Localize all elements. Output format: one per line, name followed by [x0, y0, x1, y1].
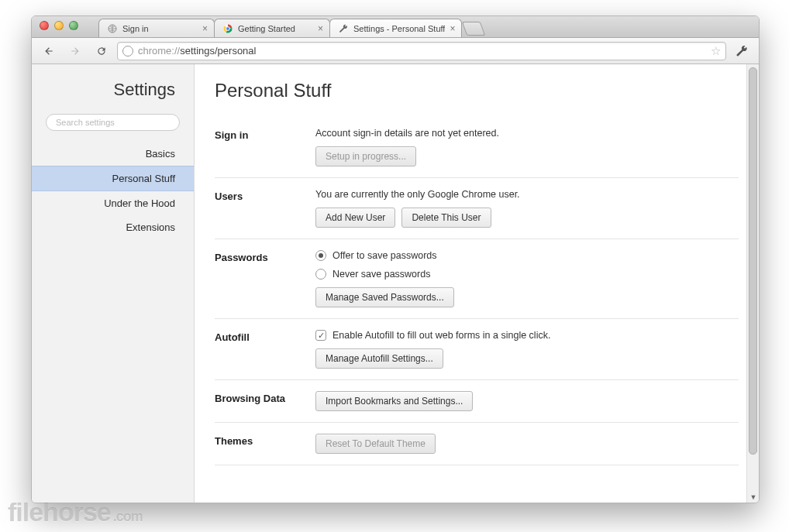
sidebar-item-label: Basics: [146, 148, 175, 160]
globe-icon: [122, 46, 133, 57]
sidebar-item-personal-stuff[interactable]: Personal Stuff: [32, 166, 194, 191]
section-browsing-data: Browsing Data Import Bookmarks and Setti…: [215, 380, 739, 423]
scrollbar[interactable]: ▼: [746, 64, 759, 503]
browser-window: Sign in × Getting Started × Settings - P…: [31, 15, 760, 503]
sidebar-title: Settings: [32, 80, 194, 100]
section-passwords: Passwords Offer to save passwords Never …: [215, 239, 739, 319]
checkbox-enable-autofill[interactable]: Enable Autofill to fill out web forms in…: [315, 330, 739, 341]
close-window-button[interactable]: [40, 21, 49, 30]
content-area: Settings Search settings Basics Personal…: [32, 64, 759, 503]
section-heading: Themes: [215, 434, 315, 447]
tab-label: Getting Started: [238, 24, 313, 33]
zoom-window-button[interactable]: [69, 21, 78, 30]
window-controls: [40, 21, 78, 30]
titlebar: Sign in × Getting Started × Settings - P…: [32, 16, 759, 38]
search-settings-input[interactable]: Search settings: [46, 114, 180, 131]
manage-autofill-settings-button[interactable]: Manage Autofill Settings...: [315, 348, 443, 369]
wrench-icon: [338, 23, 349, 34]
minimize-window-button[interactable]: [54, 21, 64, 30]
delete-this-user-button[interactable]: Delete This User: [401, 208, 491, 228]
close-tab-icon[interactable]: ×: [202, 23, 208, 34]
svg-point-2: [226, 26, 230, 30]
tab-label: Sign in: [122, 24, 198, 33]
section-heading: Users: [215, 189, 315, 202]
section-heading: Browsing Data: [215, 391, 315, 404]
tab-strip: Sign in × Getting Started × Settings - P…: [98, 16, 483, 37]
new-tab-button[interactable]: [462, 22, 486, 36]
settings-main-panel: Personal Stuff Sign in Account sign-in d…: [195, 64, 759, 503]
address-bar[interactable]: chrome://settings/personal ☆: [117, 42, 726, 60]
scroll-down-icon[interactable]: ▼: [747, 492, 759, 503]
reload-button[interactable]: [91, 42, 112, 60]
search-placeholder: Search settings: [56, 118, 115, 127]
manage-saved-passwords-button[interactable]: Manage Saved Passwords...: [315, 287, 454, 307]
sidebar-item-extensions[interactable]: Extensions: [32, 215, 194, 239]
toolbar: chrome://settings/personal ☆: [32, 38, 759, 64]
sidebar-item-label: Extensions: [126, 221, 175, 233]
section-themes: Themes Reset To Default Theme: [215, 423, 739, 465]
radio-offer-save-passwords[interactable]: Offer to save passwords: [315, 250, 739, 261]
radio-icon: [315, 250, 326, 261]
tab-label: Settings - Personal Stuff: [353, 24, 445, 33]
url-text: chrome://settings/personal: [138, 45, 256, 57]
add-new-user-button[interactable]: Add New User: [315, 208, 395, 228]
wrench-menu-button[interactable]: [731, 42, 753, 60]
radio-never-save-passwords[interactable]: Never save passwords: [315, 269, 739, 280]
watermark: filehorse.com: [8, 497, 143, 527]
close-tab-icon[interactable]: ×: [318, 23, 323, 34]
radio-label: Offer to save passwords: [332, 250, 437, 261]
setup-in-progress-button[interactable]: Setup in progress...: [315, 146, 416, 166]
globe-icon: [107, 23, 118, 34]
users-status-text: You are currently the only Google Chrome…: [315, 189, 739, 200]
bookmark-star-icon[interactable]: ☆: [711, 44, 721, 58]
sidebar-item-basics[interactable]: Basics: [32, 142, 194, 166]
section-heading: Passwords: [215, 250, 315, 263]
page-title: Personal Stuff: [215, 80, 739, 101]
radio-label: Never save passwords: [332, 269, 430, 280]
scrollbar-thumb[interactable]: [749, 67, 757, 455]
import-bookmarks-button[interactable]: Import Bookmarks and Settings...: [315, 391, 473, 411]
checkbox-icon: [315, 330, 326, 341]
section-heading: Sign in: [215, 128, 315, 141]
section-heading: Autofill: [215, 330, 315, 343]
forward-button[interactable]: [64, 42, 86, 60]
tab-settings[interactable]: Settings - Personal Stuff ×: [329, 19, 462, 37]
sidebar-item-label: Under the Hood: [104, 197, 175, 209]
tab-sign-in[interactable]: Sign in ×: [98, 19, 215, 37]
back-button[interactable]: [38, 42, 60, 60]
signin-status-text: Account sign-in details are not yet ente…: [315, 128, 739, 139]
sidebar-item-label: Personal Stuff: [112, 173, 175, 184]
radio-icon: [315, 269, 326, 280]
section-autofill: Autofill Enable Autofill to fill out web…: [215, 319, 739, 380]
section-users: Users You are currently the only Google …: [215, 178, 739, 239]
section-sign-in: Sign in Account sign-in details are not …: [215, 117, 739, 178]
reset-default-theme-button[interactable]: Reset To Default Theme: [315, 434, 436, 454]
tab-getting-started[interactable]: Getting Started ×: [214, 19, 330, 37]
sidebar-item-under-the-hood[interactable]: Under the Hood: [32, 191, 194, 215]
settings-sidebar: Settings Search settings Basics Personal…: [32, 64, 195, 503]
close-tab-icon[interactable]: ×: [450, 23, 455, 34]
chrome-icon: [222, 23, 233, 34]
checkbox-label: Enable Autofill to fill out web forms in…: [332, 330, 550, 341]
